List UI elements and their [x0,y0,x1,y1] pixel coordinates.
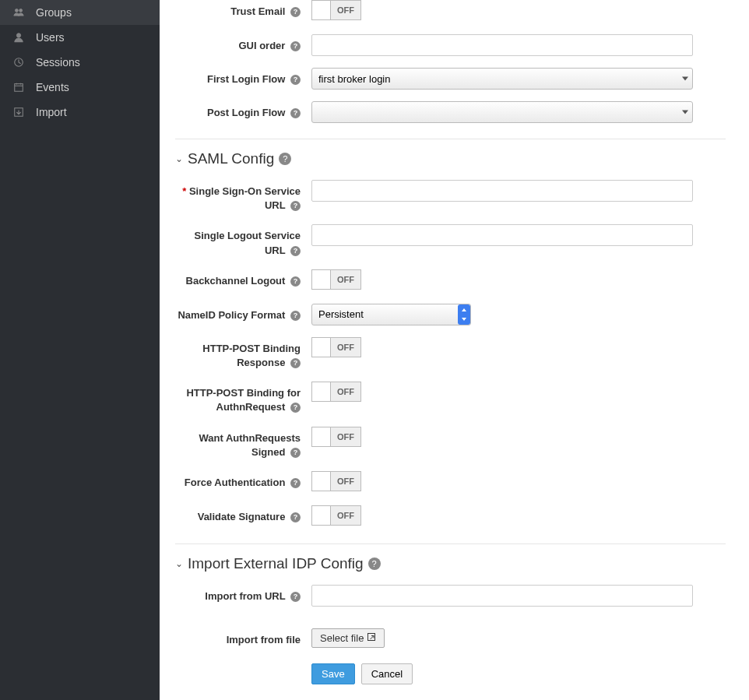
save-button[interactable]: Save [311,663,355,684]
section-title: Import External IDP Config [188,555,364,572]
toggle-off-button[interactable]: OFF [330,427,361,447]
help-icon[interactable]: ? [290,592,301,602]
import-file-label: Import from file [175,628,311,647]
sidebar-item-label: Users [36,31,65,44]
svg-point-1 [19,9,23,12]
select-file-button[interactable]: Select file [311,628,385,648]
groups-icon [12,6,25,19]
help-icon[interactable]: ? [290,276,301,287]
toggle-on-button[interactable] [311,471,330,491]
slo-url-input[interactable] [311,224,693,246]
sso-url-label: * Single Sign-On Service URL ? [175,180,311,213]
help-icon[interactable]: ? [290,75,301,85]
calendar-icon [12,81,25,93]
help-icon[interactable]: ? [290,448,301,458]
sidebar-item-groups[interactable]: Groups [0,0,160,25]
validate-sig-label: Validate Signature ? [175,505,311,524]
help-icon[interactable]: ? [290,41,301,51]
want-signed-label: Want AuthnRequests Signed ? [175,427,311,459]
help-icon[interactable]: ? [290,358,301,368]
toggle-off-button[interactable]: OFF [330,0,361,20]
post-login-flow-label: Post Login Flow ? [175,101,311,120]
force-authn-label: Force Authentication ? [175,471,311,490]
toggle-on-button[interactable] [311,0,330,20]
gui-order-input[interactable] [311,34,693,56]
http-post-resp-label: HTTP-POST Binding Response ? [175,337,311,370]
toggle-off-button[interactable]: OFF [330,269,361,290]
help-icon[interactable]: ? [290,201,301,211]
clock-icon [12,56,25,69]
sidebar-item-sessions[interactable]: Sessions [0,50,160,75]
nameid-select[interactable]: Persistent [311,304,471,325]
sidebar-item-import[interactable]: Import [0,100,160,125]
main-content: Trust Email ? OFF GUI order ? First Logi… [160,0,749,700]
backchannel-toggle[interactable]: OFF [311,269,361,290]
trust-email-label: Trust Email ? [175,0,311,19]
section-title: SAML Config [188,150,274,167]
validate-sig-toggle[interactable]: OFF [311,505,361,526]
help-icon[interactable]: ? [290,311,301,321]
post-login-flow-select[interactable] [311,101,693,123]
sso-url-input[interactable] [311,180,693,202]
svg-rect-4 [15,84,23,92]
help-icon[interactable]: ? [279,153,291,165]
help-icon[interactable]: ? [290,403,301,413]
import-config-header[interactable]: ⌄ Import External IDP Config ? [175,555,726,572]
help-icon[interactable]: ? [290,108,301,118]
import-url-input[interactable] [311,585,693,607]
help-icon[interactable]: ? [290,512,301,522]
toggle-off-button[interactable]: OFF [330,382,361,402]
user-icon [12,31,25,44]
backchannel-label: Backchannel Logout ? [175,269,311,288]
first-login-flow-label: First Login Flow ? [175,68,311,86]
slo-url-label: Single Logout Service URL ? [175,224,311,257]
help-icon[interactable]: ? [290,478,301,488]
cancel-button[interactable]: Cancel [361,663,413,684]
want-signed-toggle[interactable]: OFF [311,427,361,447]
toggle-on-button[interactable] [311,505,330,526]
saml-config-header[interactable]: ⌄ SAML Config ? [175,150,726,167]
import-url-label: Import from URL ? [175,585,311,603]
http-post-resp-toggle[interactable]: OFF [311,337,361,357]
chevron-down-icon: ⌄ [175,153,183,164]
toggle-on-button[interactable] [311,269,330,290]
sidebar-item-users[interactable]: Users [0,25,160,50]
toggle-on-button[interactable] [311,427,330,447]
nameid-label: NameID Policy Format ? [175,304,311,322]
upload-icon [367,632,376,644]
select-arrows-icon [458,304,470,325]
help-icon[interactable]: ? [368,558,381,570]
trust-email-toggle[interactable]: OFF [311,0,361,20]
sidebar-item-label: Events [36,81,69,93]
toggle-on-button[interactable] [311,382,330,402]
toggle-off-button[interactable]: OFF [330,337,361,357]
http-post-authn-label: HTTP-POST Binding for AuthnRequest ? [175,382,311,414]
toggle-off-button[interactable]: OFF [330,471,361,491]
gui-order-label: GUI order ? [175,34,311,53]
svg-point-2 [16,33,20,37]
help-icon[interactable]: ? [290,246,301,256]
chevron-down-icon: ⌄ [175,558,183,569]
http-post-authn-toggle[interactable]: OFF [311,382,361,402]
sidebar: Groups Users Sessions Events Import [0,0,160,700]
sidebar-item-label: Sessions [36,56,80,69]
sidebar-item-label: Groups [36,6,72,19]
toggle-off-button[interactable]: OFF [330,505,361,526]
first-login-flow-select[interactable]: first broker login [311,68,693,90]
import-icon [12,106,25,118]
svg-point-0 [15,9,18,12]
help-icon[interactable]: ? [290,7,301,17]
force-authn-toggle[interactable]: OFF [311,471,361,491]
sidebar-item-label: Import [36,106,67,118]
toggle-on-button[interactable] [311,337,330,357]
sidebar-item-events[interactable]: Events [0,75,160,100]
